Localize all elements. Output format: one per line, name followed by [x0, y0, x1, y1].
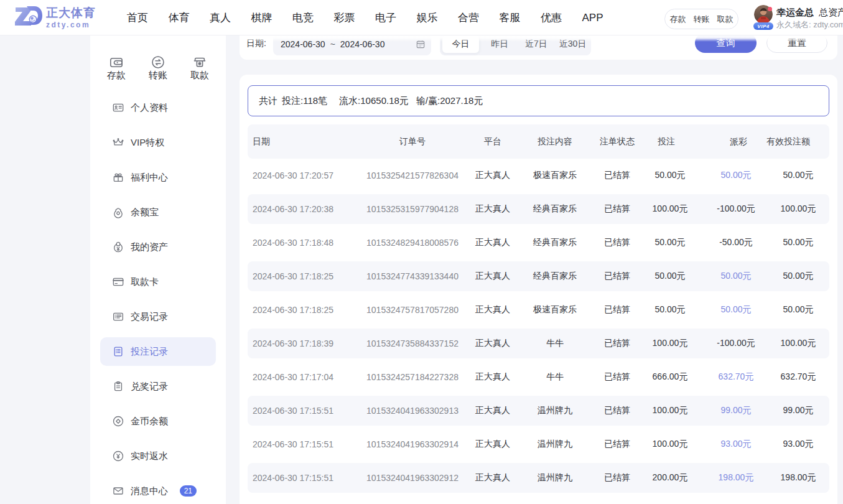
nav-item-棋牌[interactable]: 棋牌: [251, 11, 272, 25]
column-header-label: 日期: [253, 136, 270, 146]
sidebar-item-VIP特权[interactable]: VIP特权: [90, 125, 226, 160]
idcard-icon: [112, 101, 124, 114]
reset-button[interactable]: 重置: [766, 35, 827, 53]
range-option-近7日[interactable]: 近7日: [518, 35, 555, 55]
search-button[interactable]: 查询: [695, 35, 757, 53]
range-option-昨日[interactable]: 昨日: [482, 35, 518, 55]
nav-item-彩票[interactable]: 彩票: [334, 11, 355, 25]
cell-date: 2024-06-30 17:15:51: [248, 439, 350, 449]
column-header-label: 投注内容: [538, 136, 572, 146]
user-info: 幸运金总总资产: 永久域名: zdty.com: [776, 6, 843, 29]
sidebar-item-福利中心[interactable]: 福利中心: [90, 160, 226, 195]
date-to: 2024-06-30: [340, 39, 385, 49]
cell-bet-amount: 50.00元: [635, 170, 705, 181]
cell-payout: -100.00元: [705, 203, 767, 215]
cell-status: 已结算: [599, 439, 635, 450]
sidebar-item-金币余额[interactable]: 金币余额: [90, 404, 226, 439]
date-from: 2024-06-30: [281, 39, 325, 49]
cell-bet-amount: 100.00元: [635, 203, 705, 215]
column-header-投注: 投注: [635, 136, 705, 147]
sidebar-item-我的资产[interactable]: 我的资产: [90, 230, 226, 264]
cell-status: 已结算: [599, 405, 635, 416]
nav-item-合营[interactable]: 合营: [458, 11, 479, 25]
nav-item-体育[interactable]: 体育: [169, 11, 190, 25]
crown-icon: [112, 136, 124, 149]
sidebar-item-兑奖记录[interactable]: 兑奖记录: [90, 369, 226, 404]
page-body: 存款转账取款 个人资料VIP特权福利中心余额宝我的资产取款卡交易记录投注记录兑奖…: [0, 35, 843, 504]
column-header-label: 注单状态: [600, 136, 635, 146]
nav-item-电竞[interactable]: 电竞: [292, 11, 314, 25]
column-header-label: 派彩: [730, 136, 747, 146]
cell-order-number: 1015324735884337152: [350, 338, 475, 348]
range-option-今日[interactable]: 今日: [442, 35, 480, 54]
domain-value: zdty.com: [813, 20, 843, 29]
sidebar-item-取款卡[interactable]: 取款卡: [90, 264, 226, 299]
quick-action-存款[interactable]: 存款: [96, 55, 137, 80]
wallet-action-取款[interactable]: 取款: [717, 14, 734, 25]
cell-payout: 93.00元: [705, 439, 767, 450]
summary-bets: 投注:118笔: [282, 95, 327, 107]
sidebar-item-实时返水[interactable]: 实时返水: [90, 439, 226, 474]
notification-dot: [768, 7, 772, 11]
cell-platform: 正大真人: [475, 371, 511, 383]
cell-order-number: 1015324041963302913: [350, 406, 475, 416]
wallet-action-转账[interactable]: 转账: [694, 14, 710, 25]
card-icon: [112, 276, 124, 288]
cell-bet-amount: 50.00元: [635, 237, 705, 248]
cell-bet-amount: 100.00元: [635, 405, 705, 416]
cell-date: 2024-06-30 17:15:51: [248, 406, 350, 416]
date-range-input[interactable]: 2024-06-30 ~ 2024-06-30: [273, 35, 431, 55]
cell-payout: 50.00元: [705, 271, 767, 282]
cell-bet-content: 牛牛: [511, 371, 599, 383]
sidebar-item-消息中心[interactable]: 消息中心21: [90, 474, 226, 504]
table-body: 2024-06-30 17:20:571015325421577826304正大…: [248, 159, 829, 495]
cell-platform: 正大真人: [475, 439, 511, 450]
quick-action-转账[interactable]: 转账: [137, 55, 179, 80]
nav-item-娱乐[interactable]: 娱乐: [417, 11, 438, 25]
cell-status: 已结算: [599, 304, 635, 315]
cell-bet-content: 经典百家乐: [511, 203, 599, 215]
wallet-action-存款[interactable]: 存款: [670, 14, 686, 25]
date-filter-label: 日期:: [246, 38, 266, 49]
brand-name: 正大体育: [46, 6, 96, 20]
nav-item-APP[interactable]: APP: [582, 12, 603, 24]
nav-item-电子[interactable]: 电子: [375, 11, 396, 25]
cell-payout: -50.00元: [705, 237, 767, 248]
cell-bet-content: 温州牌九: [511, 405, 599, 416]
cell-order-number: 1015324757817057280: [350, 305, 475, 315]
cell-bet-amount: 50.00元: [635, 271, 705, 282]
brand-text: 正大体育 zdty.com: [46, 5, 96, 29]
sidebar-item-投注记录[interactable]: 投注记录: [90, 334, 226, 369]
cell-date: 2024-06-30 17:17:04: [248, 372, 350, 382]
nav-item-客服[interactable]: 客服: [500, 11, 521, 25]
table-row: 2024-06-30 17:18:251015324757817057280正大…: [248, 293, 829, 327]
username[interactable]: 幸运金总: [776, 7, 814, 17]
cell-bet-content: 经典百家乐: [511, 237, 599, 248]
range-option-近30日[interactable]: 近30日: [554, 35, 591, 55]
cell-payout: 198.00元: [705, 472, 767, 483]
brand-logo[interactable]: 正大体育 zdty.com: [14, 5, 96, 29]
cell-platform: 正大真人: [475, 472, 511, 483]
rebate-icon: [112, 450, 124, 462]
column-header-label: 订单号: [399, 136, 426, 146]
nav-item-优惠[interactable]: 优惠: [541, 11, 562, 25]
cell-date: 2024-06-30 17:18:25: [248, 271, 350, 281]
sidebar-item-余额宝[interactable]: 余额宝: [90, 195, 226, 230]
summary-bar: 共计 投注:118笔 流水:10650.18元 输/赢:2027.18元: [248, 85, 829, 116]
nav-item-首页[interactable]: 首页: [127, 11, 148, 25]
sidebar-item-个人资料[interactable]: 个人资料: [90, 90, 226, 125]
summary-prefix: 共计: [259, 95, 277, 107]
wallet-icon: [109, 55, 124, 70]
quick-action-取款[interactable]: 取款: [179, 55, 221, 80]
nav-item-真人[interactable]: 真人: [210, 11, 231, 25]
cell-status: 已结算: [599, 170, 635, 181]
app-header: 正大体育 zdty.com 首页体育真人棋牌电竞彩票电子娱乐合营客服优惠APP …: [0, 0, 843, 35]
sidebar-item-交易记录[interactable]: 交易记录: [90, 299, 226, 334]
avatar[interactable]: VIP4: [754, 5, 773, 24]
ledger-icon: [112, 310, 124, 323]
cell-bet-content: 牛牛: [511, 338, 599, 349]
filter-panel: 日期: 2024-06-30 ~ 2024-06-30 今日昨日近7日近30日 …: [240, 35, 837, 60]
summary-winloss: 输/赢:2027.18元: [416, 95, 483, 107]
cell-payout: 99.00元: [705, 405, 767, 416]
brand-domain: zdty.com: [46, 21, 96, 29]
